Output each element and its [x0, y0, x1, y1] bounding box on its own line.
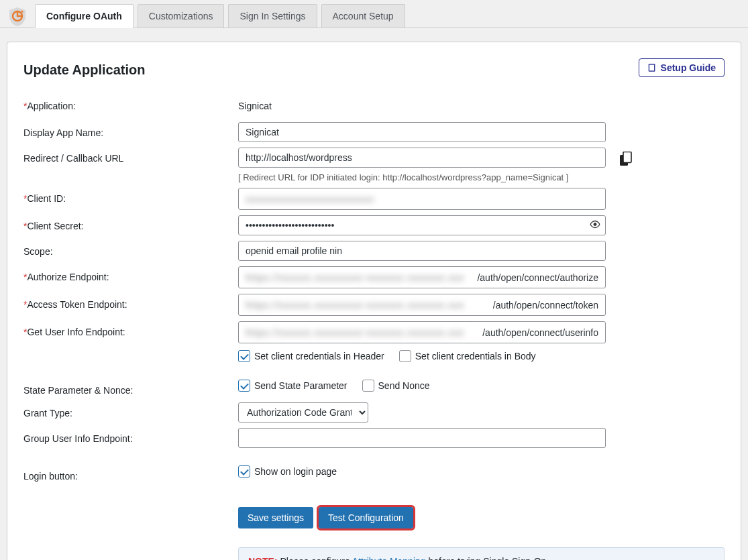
authorize-endpoint-input[interactable]: https://xxxxxx.xxxxxxxxx-xxxxxxx.xxxxxxx… — [238, 266, 606, 288]
grant-type-select[interactable]: Authorization Code Grant — [238, 402, 368, 423]
checkbox-icon — [238, 465, 250, 478]
tab-bar: Configure OAuth Customizations Sign In S… — [35, 4, 409, 27]
label-grant-type: Grant Type: — [23, 402, 238, 418]
copy-redirect-button[interactable] — [619, 148, 633, 168]
checkbox-icon — [238, 350, 250, 362]
checkbox-credentials-header[interactable]: Set client credentials in Header — [238, 350, 384, 362]
label-display-app-name: Display App Name: — [23, 122, 238, 138]
display-app-name-input[interactable] — [238, 122, 606, 142]
toggle-secret-visibility[interactable] — [590, 219, 600, 232]
label-authorize-endpoint: *Authorize Endpoint: — [23, 266, 238, 282]
top-bar: Configure OAuth Customizations Sign In S… — [0, 0, 748, 28]
checkbox-icon — [399, 350, 411, 362]
label-client-id: *Client ID: — [23, 188, 238, 204]
page-title: Update Application — [23, 62, 725, 78]
label-application: *Application: — [23, 95, 238, 111]
client-secret-input[interactable] — [238, 215, 606, 235]
label-scope: Scope: — [23, 241, 238, 257]
token-endpoint-input[interactable]: https://xxxxxx.xxxxxxxxx-xxxxxxx.xxxxxxx… — [238, 294, 606, 316]
note-box: NOTE: Please configure Attribute Mapping… — [238, 547, 725, 560]
label-login-button: Login button: — [23, 465, 238, 482]
scope-input[interactable] — [238, 241, 606, 261]
userinfo-endpoint-input[interactable]: https://xxxxxx.xxxxxxxxx-xxxxxxx.xxxxxxx… — [238, 321, 606, 343]
label-client-secret: *Client Secret: — [23, 215, 238, 231]
tab-account-setup[interactable]: Account Setup — [321, 4, 405, 27]
note-label: NOTE: — [248, 556, 278, 560]
checkbox-icon — [238, 380, 250, 392]
book-icon — [647, 63, 657, 72]
svg-rect-4 — [623, 152, 631, 163]
label-redirect-url: Redirect / Callback URL — [23, 148, 238, 164]
checkbox-icon — [362, 380, 374, 392]
client-id-input[interactable]: xxxxxxxxxxxxxxxxxxxxxxxx — [238, 188, 606, 210]
label-token-endpoint: *Access Token Endpoint: — [23, 294, 238, 310]
checkbox-send-state[interactable]: Send State Parameter — [238, 380, 348, 392]
tab-customizations[interactable]: Customizations — [138, 4, 225, 27]
tab-sign-in-settings[interactable]: Sign In Settings — [228, 4, 317, 27]
label-userinfo-endpoint: *Get User Info Endpoint: — [23, 321, 238, 337]
plugin-logo-icon — [7, 6, 28, 27]
label-state-nonce: State Parameter & Nonce: — [23, 380, 238, 396]
value-application: Signicat — [238, 95, 725, 117]
svg-point-5 — [594, 223, 597, 226]
attribute-mapping-link[interactable]: Attribute Mapping — [352, 556, 429, 560]
label-group-userinfo: Group User Info Endpoint: — [23, 428, 238, 444]
save-settings-button[interactable]: Save settings — [238, 507, 313, 528]
checkbox-show-login[interactable]: Show on login page — [238, 465, 337, 478]
setup-guide-button[interactable]: Setup Guide — [639, 58, 725, 77]
group-userinfo-input[interactable] — [238, 428, 606, 448]
copy-icon — [619, 152, 633, 166]
svg-rect-2 — [649, 65, 654, 71]
redirect-url-input[interactable] — [238, 148, 606, 168]
checkbox-send-nonce[interactable]: Send Nonce — [362, 380, 430, 392]
tab-configure-oauth[interactable]: Configure OAuth — [35, 4, 133, 28]
setup-guide-label: Setup Guide — [661, 62, 716, 73]
config-panel: Setup Guide Update Application *Applicat… — [7, 42, 741, 560]
redirect-url-hint: [ Redirect URL for IDP initiated login: … — [238, 172, 725, 182]
checkbox-credentials-body[interactable]: Set client credentials in Body — [399, 350, 536, 362]
eye-icon — [590, 219, 600, 230]
test-configuration-button[interactable]: Test Configuration — [319, 507, 413, 528]
